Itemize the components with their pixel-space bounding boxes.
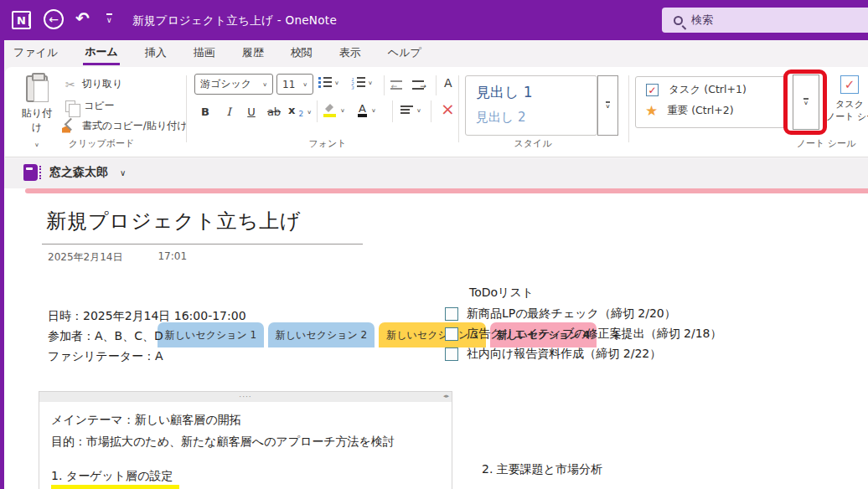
back-arrow-icon: ←	[49, 13, 59, 26]
styles-gallery[interactable]: 見出し 1 見出し 2	[465, 75, 597, 136]
todo-checkbox-icon[interactable]	[445, 327, 458, 341]
cut-button[interactable]: ✂ 切り取り	[65, 77, 122, 91]
ribbon-panel: 貼り付け ∨ ✂ 切り取り コピー 書式のコピー/貼り付け クリップボード 游ゴ…	[5, 67, 868, 157]
page-date-line: 2025年2月14日 17:01	[48, 250, 187, 265]
tags-group-label: ノート シール	[763, 137, 868, 150]
strikethrough-button[interactable]: ab	[265, 102, 283, 121]
chevron-down-icon: ∨	[416, 107, 421, 113]
increase-indent-icon: →	[412, 80, 426, 90]
font-name-value: 游ゴシック	[200, 77, 251, 91]
onenote-logo-icon: N	[12, 11, 31, 29]
meeting-info-block[interactable]: 日時：2025年2月14日 16:00-17:00 参加者：A、B、C、D ファ…	[48, 306, 246, 366]
container-grip-handle[interactable]: ····	[39, 392, 452, 402]
heading2-style[interactable]: 見出し 2	[476, 110, 586, 126]
resize-handle-icon[interactable]: ◂▸	[443, 393, 449, 399]
font-name-select[interactable]: 游ゴシック ∨	[194, 74, 273, 95]
chevron-down-icon: ∨	[371, 107, 376, 113]
align-icon	[400, 106, 413, 115]
increase-indent-button[interactable]: →	[412, 78, 426, 94]
tab-draw[interactable]: 描画	[192, 42, 217, 64]
textbox-item-1: 1. ターゲット層の設定	[51, 469, 173, 484]
delete-button[interactable]: ×	[441, 99, 455, 119]
format-painter-icon	[62, 120, 75, 133]
search-placeholder: 検索	[691, 13, 713, 28]
heading1-style[interactable]: 見出し 1	[476, 83, 586, 102]
page-title[interactable]: 新規プロジェクト立ち上げ	[46, 208, 302, 234]
tab-history[interactable]: 履歴	[240, 42, 266, 64]
subscript-2: 2	[298, 110, 303, 118]
copy-button[interactable]: コピー	[65, 99, 115, 113]
italic-button[interactable]: I	[220, 102, 238, 121]
undo-icon: ↶	[75, 8, 90, 28]
highlight-button[interactable]: ∨	[323, 104, 345, 117]
back-button[interactable]: ←	[44, 9, 64, 29]
small-divider	[392, 100, 393, 122]
bullet-list-button[interactable]: ∨	[318, 77, 339, 88]
tag-important[interactable]: ★ 重要 (Ctrl+2)	[636, 97, 785, 119]
bold-icon: B	[201, 106, 209, 118]
todo-item-3: 社内向け報告資料作成（締切 2/22）	[445, 347, 661, 362]
paragraph-align-button[interactable]: ∨	[400, 106, 421, 115]
grip-dots-icon: ····	[239, 393, 251, 401]
notebook-name: 窓之森太郎	[49, 165, 108, 180]
cut-label: 切り取り	[82, 77, 123, 91]
task-checkbox-icon: ✓	[646, 84, 659, 96]
tab-home[interactable]: ホーム	[83, 41, 120, 65]
todo-checkbox-icon[interactable]	[445, 307, 458, 321]
section-bar: 窓之森太郎 ∨ 新しいセクション 1 新しいセクション 2 新しいセクション 3…	[0, 159, 868, 188]
small-divider	[436, 75, 437, 95]
ribbon-tab-bar: ファイル ホーム 挿入 描画 履歴 校閲 表示 ヘルプ	[0, 40, 868, 65]
bold-button[interactable]: B	[196, 102, 214, 121]
subscript-button[interactable]: x2 ∨	[288, 104, 312, 118]
notebook-switcher[interactable]: 窓之森太郎 ∨	[23, 164, 126, 181]
font-color-button[interactable]: A ∨	[358, 103, 376, 117]
todo-header[interactable]: ToDoリスト	[469, 286, 534, 301]
highlighter-icon	[323, 104, 337, 117]
tag-task-label: タスク (Ctrl+1)	[669, 83, 747, 97]
decrease-indent-button[interactable]: ←	[390, 78, 404, 94]
section-tab-label: 新しいセクション 2	[276, 328, 367, 342]
window-left-edge	[0, 40, 4, 489]
copy-label: コピー	[84, 99, 115, 113]
todo-checkbox-icon[interactable]	[445, 347, 458, 361]
section-color-strip	[25, 188, 868, 193]
font-color-icon: A	[358, 103, 367, 117]
paste-clipboard-icon	[26, 75, 48, 102]
underline-button[interactable]: U	[242, 102, 261, 121]
tab-help[interactable]: ヘルプ	[386, 42, 423, 64]
search-input[interactable]: 検索	[662, 8, 868, 33]
annotation-highlight-box	[783, 69, 827, 135]
numbered-list-button[interactable]: 1 2 3 ∨	[352, 77, 373, 88]
tab-file[interactable]: ファイル	[12, 42, 59, 64]
notebook-icon	[23, 164, 38, 181]
tag-important-label: 重要 (Ctrl+2)	[667, 104, 733, 118]
chevron-down-icon: ∨	[334, 80, 339, 85]
tab-view[interactable]: 表示	[338, 42, 363, 64]
bullet-list-icon	[318, 77, 332, 88]
todo-item-label: 広告クリエイティブの修正案提出（締切 2/18）	[467, 327, 722, 342]
task-note-seal-button[interactable]: ✓ タスク ノート シール	[826, 75, 868, 123]
search-icon	[674, 16, 683, 25]
quick-access-dropdown[interactable]: ∨	[106, 13, 112, 24]
meeting-line: 参加者：A、B、C、D	[48, 326, 246, 346]
tab-insert[interactable]: 挿入	[143, 42, 168, 64]
clear-formatting-icon: A	[444, 76, 452, 90]
styles-more-button[interactable]: ∨	[597, 75, 618, 136]
undo-button[interactable]: ↶	[75, 8, 90, 28]
tag-task[interactable]: ✓ タスク (Ctrl+1)	[636, 77, 785, 97]
chevron-down-icon: ∨	[368, 80, 373, 85]
small-divider	[431, 100, 431, 122]
tag-gallery: ✓ タスク (Ctrl+1) ★ 重要 (Ctrl+2)	[635, 76, 786, 128]
section-tab-2[interactable]: 新しいセクション 2	[268, 322, 375, 347]
page-item-2[interactable]: 2. 主要課題と市場分析	[482, 462, 602, 477]
group-divider	[186, 75, 187, 142]
gallery-more-icon: ∨	[606, 101, 611, 110]
textbox-line-1: メインテーマ：新しい顧客層の開拓	[51, 409, 395, 430]
format-painter-button[interactable]: 書式のコピー/貼り付け	[62, 119, 187, 133]
note-text-container[interactable]: ···· ◂▸ メインテーマ：新しい顧客層の開拓 目的：市場拡大のため、新たな顧…	[39, 391, 452, 489]
font-size-select[interactable]: 11 ∨	[276, 74, 313, 95]
title-bar: N ← ↶ ∨ 新規プロジェクト立ち上げ - OneNote 検索	[0, 0, 868, 40]
font-size-value: 11	[282, 79, 295, 90]
chevron-down-icon: ∨	[307, 110, 312, 116]
tab-review[interactable]: 校閲	[289, 42, 314, 64]
